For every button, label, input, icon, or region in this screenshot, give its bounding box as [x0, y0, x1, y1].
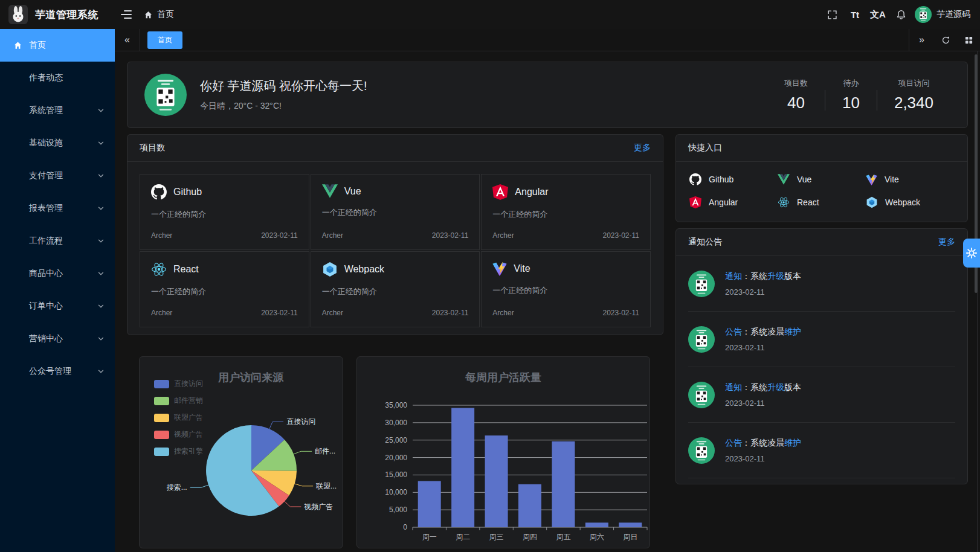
user-menu[interactable]: 芋道源码 — [915, 6, 970, 23]
sidebar-item-order[interactable]: 订单中心 — [0, 290, 115, 323]
refresh-icon — [941, 36, 950, 45]
project-desc: 一个正经的简介 — [151, 286, 298, 297]
sidebar-item-system[interactable]: 系统管理 — [0, 94, 115, 127]
notice-keyword-link[interactable]: 升级 — [767, 271, 784, 281]
sidebar-item-product[interactable]: 商品中心 — [0, 257, 115, 290]
sidebar-item-home[interactable]: 首页 — [0, 29, 115, 62]
notices-more-link[interactable]: 更多 — [938, 237, 955, 248]
notifications-button[interactable] — [892, 5, 910, 24]
chevron-down-icon — [97, 237, 105, 245]
sidebar-item-pay[interactable]: 支付管理 — [0, 159, 115, 192]
breadcrumb[interactable]: 首页 — [144, 9, 174, 20]
shortcut-webpack[interactable]: Webpack — [866, 196, 954, 208]
username: 芋道源码 — [936, 9, 970, 20]
notice-tag-link[interactable]: 通知 — [725, 271, 742, 281]
welcome-card: 你好 芋道源码 祝你开心每一天! 今日晴，20°C - 32°C! 项目数 40… — [127, 62, 968, 128]
shortcut-angular[interactable]: Angular — [689, 196, 778, 208]
app-logo-rabbit[interactable] — [8, 5, 28, 24]
bar-chart[interactable]: 05,00010,00015,00020,00025,00030,00035,0… — [357, 357, 650, 548]
svg-text:0: 0 — [403, 523, 407, 531]
chevron-down-icon — [97, 270, 105, 277]
notice-date: 2023-02-11 — [725, 287, 801, 297]
shortcut-vue[interactable]: Vue — [778, 173, 866, 185]
notice-keyword-link[interactable]: 维护 — [784, 327, 801, 336]
project-card-vue[interactable]: Vue 一个正经的简介 Archer2023-02-11 — [311, 174, 480, 250]
sidebar-item-infra[interactable]: 基础设施 — [0, 127, 115, 159]
sidebar-item-label: 公众号管理 — [29, 366, 71, 377]
settings-panel-button[interactable] — [963, 239, 980, 268]
project-card-react[interactable]: React 一个正经的简介 Archer2023-02-11 — [140, 251, 309, 327]
layout-grid-button[interactable] — [957, 29, 980, 51]
svg-text:周六: 周六 — [590, 533, 604, 541]
sidebar-item-label: 工作流程 — [29, 236, 63, 246]
shortcut-github[interactable]: Github — [689, 173, 778, 185]
notice-keyword-link[interactable]: 维护 — [784, 438, 801, 448]
svg-text:周日: 周日 — [623, 533, 637, 541]
sidebar-collapse-button[interactable] — [117, 5, 135, 24]
project-desc: 一个正经的简介 — [492, 285, 639, 296]
chevron-down-icon — [97, 107, 105, 114]
sidebar-item-label: 首页 — [29, 40, 46, 51]
projects-card: 项目数 更多 Github 一个正经的简介 Archer2023-02-11 V… — [127, 134, 663, 335]
github-icon — [151, 184, 167, 200]
sidebar-item-label: 支付管理 — [29, 170, 63, 181]
angular-icon — [492, 184, 508, 200]
stat-label: 项目数 — [784, 78, 808, 89]
tab-home[interactable]: 首页 — [147, 31, 182, 49]
welcome-greeting: 你好 芋道源码 祝你开心每一天! — [200, 78, 367, 94]
shortcut-react[interactable]: React — [778, 196, 866, 208]
app-title: 芋道管理系统 — [35, 8, 98, 22]
sidebar-item-report[interactable]: 报表管理 — [0, 192, 115, 225]
project-card-vite[interactable]: Vite 一个正经的简介 Archer2023-02-11 — [481, 251, 651, 327]
notice-tag-link[interactable]: 公告 — [725, 438, 742, 448]
sidebar-item-author[interactable]: 作者动态 — [0, 62, 115, 94]
shortcuts-grid: Github Vue Vite Angular React Webpack — [676, 162, 967, 220]
notice-keyword-link[interactable]: 升级 — [767, 382, 784, 392]
projects-title: 项目数 — [140, 143, 165, 153]
sidebar-item-wechat[interactable]: 公众号管理 — [0, 355, 115, 388]
project-date: 2023-02-11 — [261, 309, 298, 317]
notice-body: 通知：系统升级版本 2023-02-11 — [725, 271, 801, 297]
shortcut-vite[interactable]: Vite — [866, 173, 954, 185]
notice-item[interactable]: 公告：系统凌晨维护 2023-02-11 — [688, 423, 955, 478]
tabs-scroll-right-button[interactable]: » — [909, 29, 934, 51]
sidebar-item-marketing[interactable]: 营销中心 — [0, 323, 115, 355]
project-card-angular[interactable]: Angular 一个正经的简介 Archer2023-02-11 — [481, 174, 651, 250]
shortcut-label: Angular — [709, 197, 738, 207]
sidebar-item-label: 基础设施 — [29, 138, 63, 149]
refresh-button[interactable] — [934, 29, 957, 51]
notice-item[interactable]: 通知：系统升级版本 2023-02-11 — [688, 367, 955, 423]
svg-text:周四: 周四 — [523, 533, 537, 541]
sidebar-item-workflow[interactable]: 工作流程 — [0, 225, 115, 257]
projects-more-link[interactable]: 更多 — [634, 143, 651, 153]
hamburger-icon — [121, 10, 132, 19]
notice-item[interactable]: 公告：系统凌晨维护 2023-02-11 — [688, 312, 955, 367]
font-size-button[interactable]: Tt — [846, 5, 864, 24]
notice-text: 版本 — [784, 382, 801, 392]
shortcut-label: Vite — [885, 175, 899, 184]
webpack-icon — [866, 196, 878, 208]
project-card-webpack[interactable]: Webpack 一个正经的简介 Archer2023-02-11 — [311, 251, 480, 327]
project-card-github[interactable]: Github 一个正经的简介 Archer2023-02-11 — [140, 174, 309, 250]
pie-chart[interactable]: 直接访问邮件...联盟...视频广告搜索... — [140, 357, 343, 548]
notice-text: 版本 — [784, 271, 801, 281]
shortcut-label: React — [797, 197, 819, 207]
github-icon — [689, 173, 701, 185]
notice-item[interactable]: 通知：系统升级版本 2023-02-11 — [688, 256, 955, 312]
shortcut-label: Vue — [797, 175, 811, 184]
notice-tag-link[interactable]: 公告 — [725, 327, 742, 336]
svg-text:直接访问: 直接访问 — [286, 417, 315, 426]
stat-label: 待办 — [842, 78, 860, 89]
project-date: 2023-02-11 — [261, 231, 298, 240]
notice-tag-link[interactable]: 通知 — [725, 382, 742, 392]
user-avatar — [915, 6, 932, 23]
vite-icon — [492, 262, 507, 276]
welcome-weather: 今日晴，20°C - 32°C! — [200, 101, 367, 112]
breadcrumb-home: 首页 — [157, 9, 174, 20]
react-icon — [778, 196, 790, 208]
language-button[interactable]: 文A — [869, 5, 887, 24]
fullscreen-button[interactable] — [823, 5, 841, 24]
svg-text:搜索...: 搜索... — [167, 483, 187, 492]
tabs-scroll-left-button[interactable]: « — [115, 29, 140, 51]
chevron-down-icon — [97, 303, 105, 310]
